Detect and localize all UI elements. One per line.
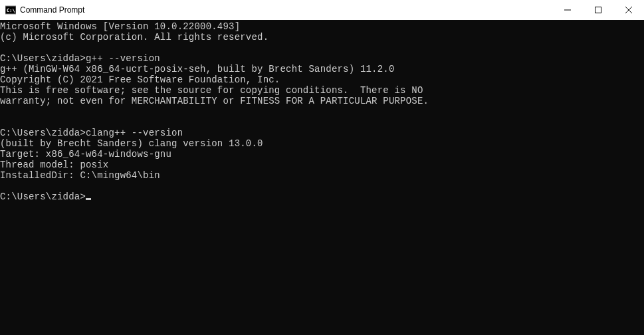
window-title: Command Prompt [20,5,84,15]
terminal-line: (c) Microsoft Corporation. All rights re… [0,32,644,43]
terminal-line: InstalledDir: C:\mingw64\bin [0,170,644,181]
maximize-button[interactable] [583,0,613,20]
terminal-line: Target: x86_64-w64-windows-gnu [0,149,644,160]
terminal-line: This is free software; see the source fo… [0,85,644,96]
terminal-line: Thread model: posix [0,160,644,170]
terminal-line: g++ (MinGW-W64 x86_64-ucrt-posix-seh, bu… [0,64,644,74]
terminal-line: C:\Users\zidda>g++ --version [0,53,644,64]
cursor [86,198,91,200]
cmd-icon: C:\ [5,5,16,15]
terminal-line [0,106,644,117]
terminal-line [0,181,644,191]
terminal-line: C:\Users\zidda>clang++ --version [0,128,644,138]
terminal-line [0,117,644,128]
titlebar-left: C:\ Command Prompt [5,5,84,15]
svg-rect-3 [595,7,601,13]
terminal-line: warranty; not even for MERCHANTABILITY o… [0,96,644,106]
titlebar: C:\ Command Prompt [0,0,644,20]
svg-text:C:\: C:\ [7,8,15,13]
terminal-line: (built by Brecht Sanders) clang version … [0,138,644,149]
terminal-line [0,43,644,53]
terminal-line: Copyright (C) 2021 Free Software Foundat… [0,74,644,85]
terminal-line: C:\Users\zidda> [0,191,644,202]
terminal-line: Microsoft Windows [Version 10.0.22000.49… [0,21,644,32]
minimize-button[interactable] [552,0,583,20]
window-controls [552,0,644,20]
close-button[interactable] [613,0,644,20]
terminal-output[interactable]: Microsoft Windows [Version 10.0.22000.49… [0,20,644,335]
